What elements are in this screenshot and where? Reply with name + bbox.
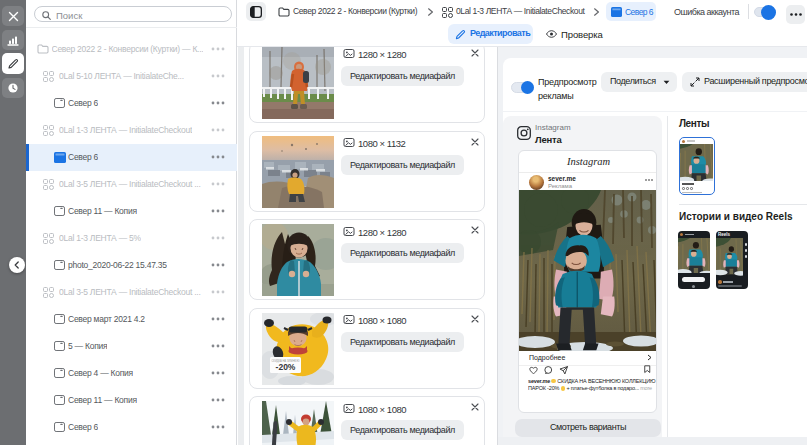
svg-text:-20%: -20% bbox=[276, 362, 296, 372]
svg-text:СКИДКА НА ЗИМНЮЮ: СКИДКА НА ЗИМНЮЮ bbox=[272, 358, 300, 362]
